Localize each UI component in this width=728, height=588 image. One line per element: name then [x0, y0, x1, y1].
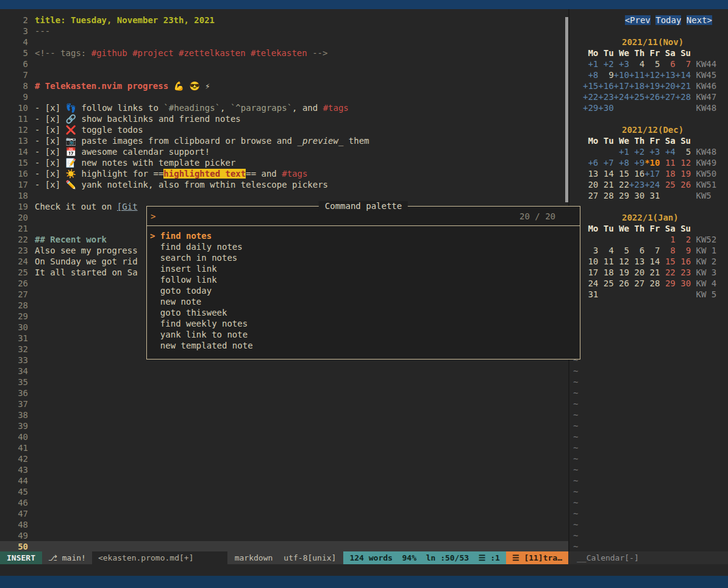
- calendar-day[interactable]: +14: [676, 70, 691, 80]
- palette-item[interactable]: new templated note: [150, 340, 580, 351]
- calendar-day[interactable]: 2: [676, 235, 691, 244]
- calendar-day[interactable]: 18: [660, 169, 675, 179]
- calendar-day[interactable]: 28: [598, 191, 613, 200]
- calendar-day[interactable]: +23: [598, 92, 613, 102]
- calendar-day[interactable]: 16: [629, 169, 644, 179]
- calendar-day[interactable]: +27: [660, 92, 675, 102]
- calendar-day[interactable]: +22: [583, 92, 598, 102]
- calendar-day[interactable]: 14: [598, 169, 613, 179]
- calendar-day[interactable]: +3: [614, 59, 629, 69]
- editor-line[interactable]: 6: [0, 58, 568, 69]
- editor-line[interactable]: 17- [x] ✏️ yank notelink, also from wthi…: [0, 179, 568, 190]
- calendar-day[interactable]: 19: [614, 267, 629, 277]
- editor-line[interactable]: 2title: Tuesday, November 23th, 2021: [0, 15, 568, 26]
- calendar-day[interactable]: +29: [583, 103, 598, 113]
- calendar-day[interactable]: 8: [660, 246, 675, 255]
- editor-line[interactable]: 14- [x] 📅 awesome calendar support!: [0, 146, 568, 157]
- editor-line[interactable]: 39: [0, 420, 568, 431]
- scrollbar-thumb[interactable]: [565, 17, 568, 202]
- calendar-day[interactable]: +8: [583, 70, 598, 80]
- calendar-day[interactable]: 13: [629, 257, 644, 266]
- calendar-day[interactable]: 31: [644, 191, 660, 200]
- calendar-day[interactable]: +2: [598, 59, 613, 69]
- calendar-day[interactable]: 3: [583, 246, 598, 255]
- editor-line[interactable]: 36: [0, 388, 568, 398]
- calendar-day[interactable]: +12: [644, 70, 660, 80]
- editor-line[interactable]: 9: [0, 91, 568, 102]
- calendar-day[interactable]: 26: [614, 278, 629, 288]
- palette-item[interactable]: > find notes: [150, 230, 580, 241]
- editor-line[interactable]: 4: [0, 37, 568, 48]
- editor-line[interactable]: 41: [0, 442, 568, 453]
- calendar-day[interactable]: +18: [629, 81, 644, 91]
- calendar-day[interactable]: 13: [583, 169, 598, 179]
- calendar-day[interactable]: +15: [583, 81, 598, 91]
- editor-line[interactable]: 3---: [0, 26, 568, 37]
- calendar-day[interactable]: 25: [598, 278, 613, 288]
- calendar-day[interactable]: 16: [676, 257, 691, 266]
- calendar-day[interactable]: +19: [644, 81, 660, 91]
- calendar-day[interactable]: +21: [676, 81, 691, 91]
- calendar-day[interactable]: 11: [598, 257, 613, 266]
- editor-line[interactable]: 48: [0, 519, 568, 530]
- editor-line[interactable]: 49: [0, 530, 568, 541]
- editor-line[interactable]: 44: [0, 475, 568, 486]
- calendar-day[interactable]: +24: [614, 92, 629, 102]
- editor-line[interactable]: 11- [x] 🔗 show backlinks and friend note…: [0, 113, 568, 124]
- editor-line[interactable]: 50: [0, 541, 568, 551]
- editor-line[interactable]: 8# Telekasten.nvim progress 💪 😎 ⚡: [0, 80, 568, 91]
- calendar-day[interactable]: 6: [660, 59, 675, 69]
- calendar-day[interactable]: 4: [598, 246, 613, 255]
- calendar-day[interactable]: 1: [660, 235, 675, 244]
- calendar-day[interactable]: 29: [614, 191, 629, 200]
- calendar-day[interactable]: 9: [598, 70, 613, 80]
- calendar-day[interactable]: +28: [676, 92, 691, 102]
- calendar-day[interactable]: *10: [644, 158, 660, 168]
- calendar-day[interactable]: +17: [644, 169, 660, 179]
- calendar-day[interactable]: +1: [583, 59, 598, 69]
- palette-item[interactable]: yank link to note: [150, 329, 580, 340]
- editor-line[interactable]: 15- [x] 📝 new notes with template picker: [0, 157, 568, 168]
- calendar-day[interactable]: 15: [614, 169, 629, 179]
- calendar-day[interactable]: 10: [583, 257, 598, 266]
- palette-item[interactable]: new note: [150, 296, 580, 307]
- calendar-day[interactable]: 5: [614, 246, 629, 255]
- calendar-day[interactable]: +17: [614, 81, 629, 91]
- calendar-day[interactable]: +10: [614, 70, 629, 80]
- editor-line[interactable]: 42: [0, 453, 568, 464]
- editor-line[interactable]: 38: [0, 409, 568, 420]
- calendar-day[interactable]: 24: [583, 278, 598, 288]
- calendar-day[interactable]: 29: [660, 278, 675, 288]
- editor-line[interactable]: 10- [x] 👣 follow links to `#headings`, `…: [0, 102, 568, 113]
- calendar-day[interactable]: 22: [660, 267, 675, 277]
- editor-line[interactable]: 16- [x] ☀️ highlight for ==highlighted t…: [0, 168, 568, 179]
- calendar-day[interactable]: +20: [660, 81, 675, 91]
- calendar-day[interactable]: +7: [598, 158, 613, 168]
- calendar-day[interactable]: 15: [660, 257, 675, 266]
- calendar-day[interactable]: +11: [629, 70, 644, 80]
- editor-line[interactable]: 47: [0, 508, 568, 519]
- editor-line[interactable]: 7: [0, 69, 568, 80]
- calendar-day[interactable]: +1: [614, 147, 629, 157]
- calendar-day[interactable]: 22: [614, 180, 629, 190]
- calendar-day[interactable]: 30: [676, 278, 691, 288]
- calendar-day[interactable]: 25: [660, 180, 675, 190]
- calendar-day[interactable]: 5: [644, 59, 660, 69]
- editor-line[interactable]: 35: [0, 377, 568, 388]
- calendar-day[interactable]: 31: [583, 289, 598, 299]
- calendar-prev-button[interactable]: <Prev: [625, 15, 651, 25]
- calendar-day[interactable]: +26: [644, 92, 660, 102]
- palette-item[interactable]: search in notes: [150, 252, 580, 263]
- calendar-day[interactable]: +9: [629, 158, 644, 168]
- editor-line[interactable]: 5<!-- tags: #github #project #zettelkast…: [0, 48, 568, 58]
- palette-item[interactable]: goto today: [150, 285, 580, 296]
- editor-line[interactable]: 37: [0, 398, 568, 409]
- calendar-day[interactable]: 7: [644, 246, 660, 255]
- calendar-today-button[interactable]: Today: [655, 15, 681, 25]
- calendar-day[interactable]: +8: [614, 158, 629, 168]
- calendar-day[interactable]: +2: [629, 147, 644, 157]
- calendar-day[interactable]: 7: [676, 59, 691, 69]
- calendar-day[interactable]: 21: [598, 180, 613, 190]
- editor-line[interactable]: 12- [x] ❌ toggle todos: [0, 124, 568, 135]
- calendar-day[interactable]: 20: [583, 180, 598, 190]
